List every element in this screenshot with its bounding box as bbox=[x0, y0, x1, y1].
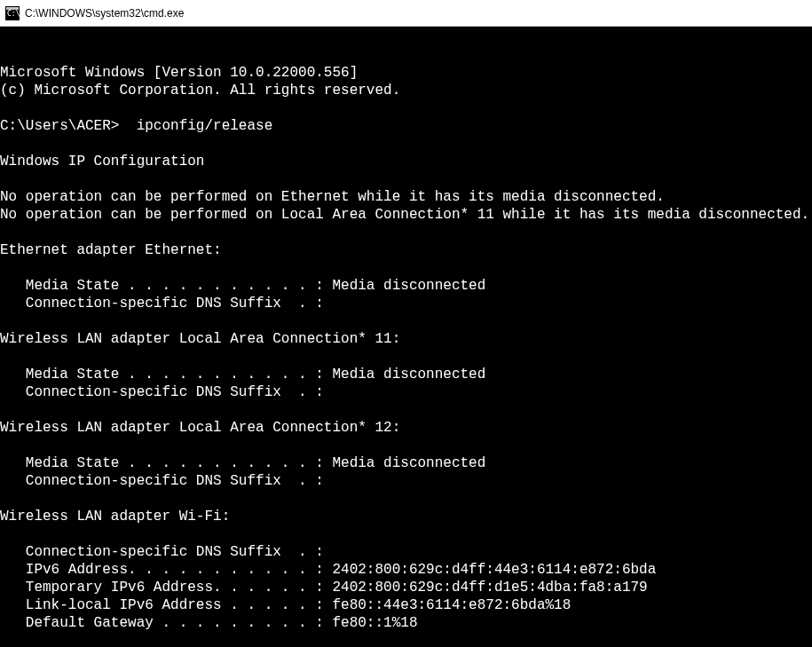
terminal-line: Temporary IPv6 Address. . . . . . : 2402… bbox=[0, 579, 812, 596]
terminal-line bbox=[0, 490, 812, 508]
window-title: C:\WINDOWS\system32\cmd.exe bbox=[25, 7, 184, 20]
terminal-line bbox=[0, 170, 812, 188]
terminal-line: Media State . . . . . . . . . . . : Medi… bbox=[0, 277, 812, 295]
terminal-line bbox=[0, 99, 812, 117]
terminal-line: Windows IP Configuration bbox=[0, 153, 812, 170]
terminal-line: Media State . . . . . . . . . . . : Medi… bbox=[0, 454, 812, 472]
terminal-line: Wireless LAN adapter Local Area Connecti… bbox=[0, 330, 812, 348]
terminal-line: Ethernet adapter Ethernet: bbox=[0, 241, 812, 259]
terminal-line bbox=[0, 525, 812, 543]
terminal-line: Connection-specific DNS Suffix . : bbox=[0, 543, 812, 561]
terminal-line: Connection-specific DNS Suffix . : bbox=[0, 383, 812, 401]
terminal-line: IPv6 Address. . . . . . . . . . . : 2402… bbox=[0, 561, 812, 579]
terminal-line: Link-local IPv6 Address . . . . . : fe80… bbox=[0, 596, 812, 614]
terminal-line: Wireless LAN adapter Wi-Fi: bbox=[0, 508, 812, 525]
terminal-line bbox=[0, 312, 812, 330]
terminal-line: Microsoft Windows [Version 10.0.22000.55… bbox=[0, 64, 812, 82]
terminal-line bbox=[0, 348, 812, 366]
terminal-scrollback: Microsoft Windows [Version 10.0.22000.55… bbox=[0, 64, 812, 647]
terminal-line bbox=[0, 632, 812, 647]
terminal-line: (c) Microsoft Corporation. All rights re… bbox=[0, 82, 812, 99]
terminal-line bbox=[0, 259, 812, 277]
terminal-line: Default Gateway . . . . . . . . . : fe80… bbox=[0, 614, 812, 632]
terminal-line: No operation can be performed on Etherne… bbox=[0, 188, 812, 206]
terminal-line bbox=[0, 224, 812, 241]
svg-text:C:\: C:\ bbox=[7, 10, 20, 18]
window-title-bar[interactable]: C:\ C:\WINDOWS\system32\cmd.exe bbox=[0, 0, 812, 27]
terminal-line: Connection-specific DNS Suffix . : bbox=[0, 472, 812, 490]
terminal-line: Connection-specific DNS Suffix . : bbox=[0, 295, 812, 312]
terminal-line: Wireless LAN adapter Local Area Connecti… bbox=[0, 419, 812, 437]
terminal-line: No operation can be performed on Local A… bbox=[0, 206, 812, 224]
terminal-output-area[interactable]: Microsoft Windows [Version 10.0.22000.55… bbox=[0, 27, 812, 647]
terminal-line bbox=[0, 135, 812, 153]
terminal-line: Media State . . . . . . . . . . . : Medi… bbox=[0, 366, 812, 383]
terminal-line bbox=[0, 437, 812, 454]
terminal-line: C:\Users\ACER> ipconfig/release bbox=[0, 117, 812, 135]
terminal-line bbox=[0, 401, 812, 419]
cmd-icon: C:\ bbox=[5, 6, 20, 20]
